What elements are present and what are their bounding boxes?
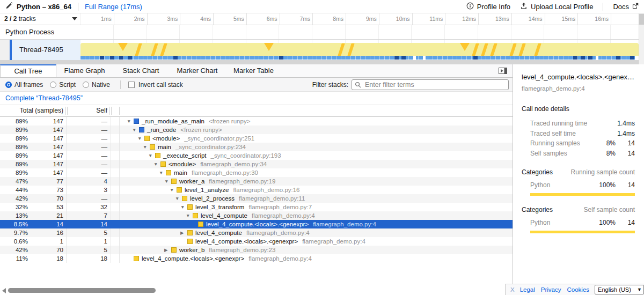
expand-toggle[interactable]: ▼: [170, 186, 177, 194]
expand-toggle[interactable]: ▼: [186, 211, 193, 220]
footer-link-legal[interactable]: Legal: [520, 286, 535, 293]
column-resize-handle[interactable]: [111, 107, 112, 115]
language-select[interactable]: English (US) ▼: [595, 285, 644, 294]
table-row[interactable]: 89%147—▼<module>_sync_coordinator.py:251: [0, 134, 513, 143]
table-row[interactable]: 42%70—▼level_2_processflamegraph_demo.py…: [0, 194, 513, 203]
expand-toggle[interactable]: ▼: [175, 194, 182, 203]
ruler-tick: 2ms: [114, 13, 148, 25]
column-resize-handle[interactable]: [109, 107, 110, 115]
expand-toggle[interactable]: ▼: [180, 203, 187, 211]
tab-flame-graph[interactable]: Flame Graph: [56, 64, 113, 77]
track-marker-slash: [151, 43, 158, 56]
table-row[interactable]: 32%5332▼level_3_transformflamegraph_demo…: [0, 203, 513, 211]
scroll-left-arrow[interactable]: [2, 288, 6, 293]
function-name: <module>: [169, 160, 196, 168]
table-row[interactable]: 89%147—▼mainflamegraph_demo.py:30: [0, 168, 513, 177]
table-row[interactable]: 8.5%1414level_4_compute.<locals>.<genexp…: [0, 220, 513, 228]
upload-profile-button[interactable]: Upload Local Profile: [520, 2, 593, 11]
docs-link[interactable]: Docs: [613, 3, 639, 11]
detail-value: 14: [628, 138, 635, 149]
ruler-tick: 6ms: [247, 13, 280, 25]
function-name: level_1_analyze: [185, 186, 229, 194]
table-row[interactable]: 42%705▶worker_bflamegraph_demo.py:23: [0, 246, 513, 254]
table-row[interactable]: 44%733▼level_1_analyzeflamegraph_demo.py…: [0, 186, 513, 194]
footer-close-button[interactable]: X: [510, 286, 515, 293]
sidebar-file-location: flamegraph_demo.py:4: [522, 85, 635, 92]
filter-stacks-input[interactable]: [352, 79, 509, 90]
table-row[interactable]: 89%147—▼_execute_script_sync_coordinator…: [0, 151, 513, 160]
function-name: main: [158, 143, 171, 151]
expand-toggle[interactable]: ▼: [153, 160, 160, 168]
category-icon: [134, 119, 139, 124]
expand-toggle[interactable]: ▼: [127, 117, 134, 126]
expand-toggle[interactable]: ▼: [132, 126, 139, 134]
profile-info-button[interactable]: Profile Info: [466, 2, 510, 11]
expand-toggle[interactable]: ▼: [159, 168, 166, 177]
call-node-details: Traced running time1.4msTraced self time…: [513, 119, 644, 158]
sample-segment: [473, 56, 478, 60]
radio-all-frames[interactable]: All frames: [5, 81, 43, 88]
upload-label: Upload Local Profile: [531, 3, 593, 11]
expand-toggle[interactable]: ▶: [164, 246, 171, 254]
expand-toggle[interactable]: ▶: [180, 228, 187, 237]
footer-link-cookies[interactable]: Cookies: [567, 286, 590, 293]
footer-link-privacy[interactable]: Privacy: [541, 286, 561, 293]
expand-toggle[interactable]: ▼: [137, 134, 144, 143]
table-row[interactable]: 89%147—▼_run_code<frozen runpy>: [0, 126, 513, 134]
file-location: flamegraph_demo.py:16: [233, 186, 299, 194]
expand-toggle[interactable]: ▼: [148, 151, 155, 160]
sample-segment: [588, 56, 592, 60]
track-marker-slash: [472, 43, 479, 56]
table-row[interactable]: 13%217▼level_4_computeflamegraph_demo.py…: [0, 211, 513, 220]
full-range-button[interactable]: Full Range (17ms): [85, 3, 142, 11]
table-row[interactable]: 11%1818level_4_compute.<locals>.<genexpr…: [0, 254, 513, 263]
column-resize-handle[interactable]: [65, 107, 66, 115]
radio-script[interactable]: Script: [50, 81, 76, 88]
thread-track-label[interactable]: Thread-78495: [12, 40, 80, 60]
tab-stack-chart[interactable]: Stack Chart: [113, 64, 169, 77]
table-row[interactable]: 0.6%11level_4_compute.<locals>.<genexpr>…: [0, 237, 513, 246]
track-thread[interactable]: Thread-78495: [0, 40, 644, 60]
detail-value: 1.4ms: [617, 129, 635, 139]
horizontal-scrollbar-thumb[interactable]: [8, 288, 156, 293]
table-row[interactable]: 89%147—▼<module>flamegraph_demo.py:34: [0, 160, 513, 168]
track-marker-slash: [160, 43, 167, 56]
tab-marker-chart[interactable]: Marker Chart: [169, 64, 225, 77]
category-percent: 100%: [599, 219, 616, 227]
column-header-self[interactable]: Self: [68, 105, 107, 116]
file-location: flamegraph_demo.py:4: [302, 237, 365, 246]
table-row[interactable]: 9.7%165▶level_4_computeflamegraph_demo.p…: [0, 228, 513, 237]
external-link-icon: [632, 3, 639, 11]
categories-header: CategoriesRunning sample count: [522, 168, 635, 176]
column-resize-handle[interactable]: [119, 107, 120, 115]
sample-gap: [596, 56, 598, 60]
table-row[interactable]: 89%147—▼_run_module_as_main<frozen runpy…: [0, 117, 513, 126]
file-location: _sync_coordinator.py:251: [184, 134, 254, 143]
sample-segment: [119, 56, 123, 60]
category-icon: [171, 247, 177, 253]
radio-native[interactable]: Native: [83, 81, 110, 88]
column-header-total[interactable]: Total (samples): [0, 105, 63, 116]
expand-toggle[interactable]: ▼: [164, 177, 171, 186]
tracks-dropdown[interactable]: 2 / 2 tracks: [4, 13, 36, 25]
table-row[interactable]: 47%774▼worker_aflamegraph_demo.py:19: [0, 177, 513, 186]
profiler-app: Python – x86_64 Full Range (17ms) Profil…: [0, 0, 644, 295]
tab-marker-table[interactable]: Marker Table: [225, 64, 282, 77]
category-icon: [150, 144, 155, 150]
track-python-process[interactable]: Python Process: [0, 25, 644, 40]
track-marker-slash: [481, 43, 488, 56]
column-resize-handle[interactable]: [67, 107, 68, 115]
thread-track-canvas[interactable]: [80, 40, 639, 60]
tracks-vertical-scrollbar-thumb[interactable]: [639, 14, 644, 25]
table-row[interactable]: 89%147—▼main_sync_coordinator.py:234: [0, 143, 513, 151]
invert-call-stack-checkbox[interactable]: [128, 82, 135, 88]
sidebar-toggle-button[interactable]: [499, 68, 507, 74]
expand-toggle[interactable]: ▼: [143, 143, 150, 151]
edit-pencil-icon[interactable]: [5, 2, 12, 11]
category-icon: [134, 256, 139, 261]
chevron-down-icon[interactable]: [72, 17, 77, 20]
track-marker-slash: [135, 43, 142, 56]
tab-call-tree[interactable]: Call Tree: [0, 64, 56, 77]
sample-segment: [616, 56, 620, 60]
breadcrumb[interactable]: Complete “Thread-78495”: [5, 94, 83, 102]
